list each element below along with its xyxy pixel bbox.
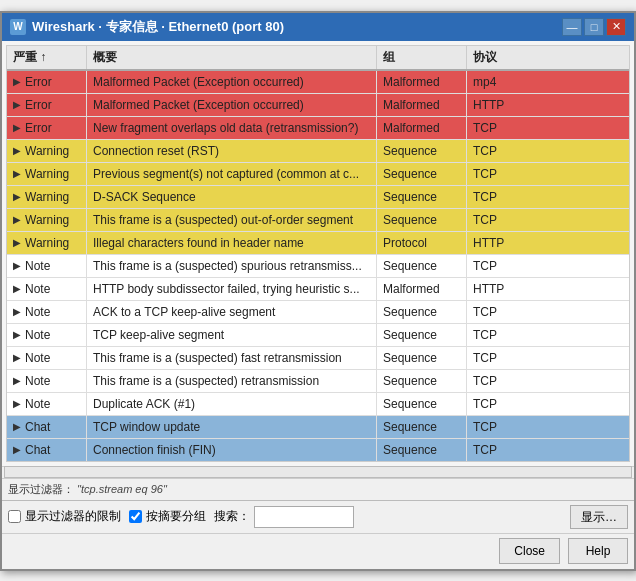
bottom-bar: 显示过滤器的限制 按摘要分组 搜索： 显示… xyxy=(2,500,634,533)
group-by-summary-checkbox[interactable] xyxy=(129,510,142,523)
summary-cell: TCP window update xyxy=(87,416,377,438)
severity-label: Error xyxy=(25,73,52,91)
summary-cell: D-SACK Sequence xyxy=(87,186,377,208)
filter-limit-checkbox-group[interactable]: 显示过滤器的限制 xyxy=(8,508,121,525)
severity-cell: ▶ Note xyxy=(7,347,87,369)
severity-label: Warning xyxy=(25,234,69,252)
severity-cell: ▶ Note xyxy=(7,324,87,346)
protocol-cell: TCP xyxy=(467,439,537,461)
severity-cell: ▶ Note xyxy=(7,255,87,277)
status-bar: 显示过滤器： "tcp.stream eq 96" xyxy=(2,478,634,500)
table-row[interactable]: ▶ Warning D-SACK Sequence Sequence TCP xyxy=(7,186,629,209)
table-row[interactable]: ▶ Note HTTP body subdissector failed, tr… xyxy=(7,278,629,301)
search-input[interactable] xyxy=(254,506,354,528)
help-button[interactable]: Help xyxy=(568,538,628,564)
col-header-severity[interactable]: 严重 ↑ xyxy=(7,46,87,69)
protocol-cell: TCP xyxy=(467,393,537,415)
filter-limit-checkbox[interactable] xyxy=(8,510,21,523)
severity-label: Error xyxy=(25,119,52,137)
action-buttons-row: Close Help xyxy=(2,533,634,569)
summary-cell: HTTP body subdissector failed, trying he… xyxy=(87,278,377,300)
severity-cell: ▶ Error xyxy=(7,117,87,139)
close-button[interactable]: Close xyxy=(499,538,560,564)
summary-cell: Malformed Packet (Exception occurred) xyxy=(87,71,377,93)
summary-cell: Connection reset (RST) xyxy=(87,140,377,162)
table-row[interactable]: ▶ Error New fragment overlaps old data (… xyxy=(7,117,629,140)
maximize-button[interactable]: □ xyxy=(584,18,604,36)
table-row[interactable]: ▶ Warning Illegal characters found in he… xyxy=(7,232,629,255)
status-label: 显示过滤器： xyxy=(8,483,74,495)
severity-label: Note xyxy=(25,280,50,298)
group-cell: Sequence xyxy=(377,301,467,323)
row-arrow-icon: ▶ xyxy=(13,142,21,160)
table-row[interactable]: ▶ Chat TCP window update Sequence TCP xyxy=(7,416,629,439)
summary-cell: Previous segment(s) not captured (common… xyxy=(87,163,377,185)
main-window: W Wireshark · 专家信息 · Ethernet0 (port 80)… xyxy=(0,11,636,571)
row-arrow-icon: ▶ xyxy=(13,165,21,183)
severity-label: Note xyxy=(25,395,50,413)
severity-cell: ▶ Error xyxy=(7,71,87,93)
summary-cell: Illegal characters found in header name xyxy=(87,232,377,254)
table-row[interactable]: ▶ Warning Previous segment(s) not captur… xyxy=(7,163,629,186)
severity-cell: ▶ Note xyxy=(7,393,87,415)
table-row[interactable]: ▶ Note This frame is a (suspected) fast … xyxy=(7,347,629,370)
protocol-cell: TCP xyxy=(467,140,537,162)
group-by-summary-label: 按摘要分组 xyxy=(146,508,206,525)
col-header-summary[interactable]: 概要 xyxy=(87,46,377,69)
group-cell: Sequence xyxy=(377,209,467,231)
row-arrow-icon: ▶ xyxy=(13,326,21,344)
table-row[interactable]: ▶ Warning This frame is a (suspected) ou… xyxy=(7,209,629,232)
group-cell: Malformed xyxy=(377,71,467,93)
protocol-cell: TCP xyxy=(467,209,537,231)
title-bar: W Wireshark · 专家信息 · Ethernet0 (port 80)… xyxy=(2,13,634,41)
severity-cell: ▶ Warning xyxy=(7,209,87,231)
row-arrow-icon: ▶ xyxy=(13,418,21,436)
minimize-button[interactable]: — xyxy=(562,18,582,36)
table-row[interactable]: ▶ Warning Connection reset (RST) Sequenc… xyxy=(7,140,629,163)
group-by-summary-checkbox-group[interactable]: 按摘要分组 xyxy=(129,508,206,525)
table-row[interactable]: ▶ Note TCP keep-alive segment Sequence T… xyxy=(7,324,629,347)
protocol-cell: TCP xyxy=(467,163,537,185)
severity-label: Warning xyxy=(25,142,69,160)
severity-label: Error xyxy=(25,96,52,114)
filter-value: "tcp.stream eq 96" xyxy=(77,483,167,495)
summary-cell: Malformed Packet (Exception occurred) xyxy=(87,94,377,116)
severity-label: Note xyxy=(25,257,50,275)
severity-cell: ▶ Note xyxy=(7,301,87,323)
horizontal-scrollbar[interactable] xyxy=(2,466,634,478)
group-cell: Sequence xyxy=(377,140,467,162)
col-header-group[interactable]: 组 xyxy=(377,46,467,69)
close-window-button[interactable]: ✕ xyxy=(606,18,626,36)
protocol-cell: HTTP xyxy=(467,278,537,300)
summary-cell: TCP keep-alive segment xyxy=(87,324,377,346)
table-row[interactable]: ▶ Error Malformed Packet (Exception occu… xyxy=(7,71,629,94)
table-row[interactable]: ▶ Note This frame is a (suspected) spuri… xyxy=(7,255,629,278)
summary-cell: This frame is a (suspected) retransmissi… xyxy=(87,370,377,392)
protocol-cell: TCP xyxy=(467,416,537,438)
col-header-protocol[interactable]: 协议 xyxy=(467,46,537,69)
row-arrow-icon: ▶ xyxy=(13,119,21,137)
table-row[interactable]: ▶ Note ACK to a TCP keep-alive segment S… xyxy=(7,301,629,324)
table-row[interactable]: ▶ Chat Connection finish (FIN) Sequence … xyxy=(7,439,629,461)
protocol-cell: HTTP xyxy=(467,94,537,116)
group-cell: Malformed xyxy=(377,117,467,139)
protocol-cell: TCP xyxy=(467,186,537,208)
table-row[interactable]: ▶ Error Malformed Packet (Exception occu… xyxy=(7,94,629,117)
severity-label: Warning xyxy=(25,165,69,183)
protocol-cell: TCP xyxy=(467,370,537,392)
summary-cell: This frame is a (suspected) spurious ret… xyxy=(87,255,377,277)
severity-cell: ▶ Warning xyxy=(7,186,87,208)
row-arrow-icon: ▶ xyxy=(13,280,21,298)
show-button[interactable]: 显示… xyxy=(570,505,628,529)
row-arrow-icon: ▶ xyxy=(13,96,21,114)
group-cell: Malformed xyxy=(377,94,467,116)
severity-label: Warning xyxy=(25,211,69,229)
filter-limit-label: 显示过滤器的限制 xyxy=(25,508,121,525)
group-cell: Sequence xyxy=(377,255,467,277)
group-cell: Sequence xyxy=(377,347,467,369)
summary-cell: ACK to a TCP keep-alive segment xyxy=(87,301,377,323)
group-cell: Sequence xyxy=(377,439,467,461)
table-row[interactable]: ▶ Note This frame is a (suspected) retra… xyxy=(7,370,629,393)
row-arrow-icon: ▶ xyxy=(13,395,21,413)
table-row[interactable]: ▶ Note Duplicate ACK (#1) Sequence TCP xyxy=(7,393,629,416)
